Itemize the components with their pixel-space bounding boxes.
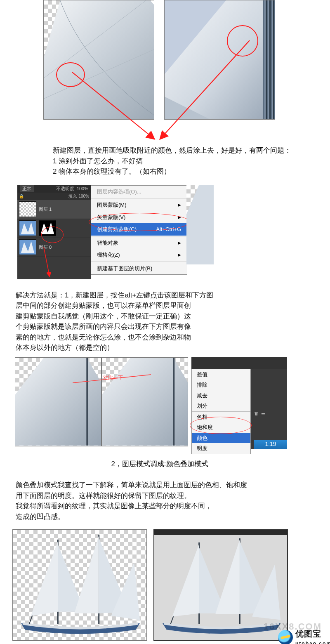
sail-peek <box>186 185 214 264</box>
layer-thumb <box>19 220 36 236</box>
text-line: 用下面图层的明度。这样就能很好的保留下图层的纹理。 <box>16 491 286 501</box>
context-menu: 图层内容选项(O)... 图层蒙版(M) ▶ 矢量蒙版(V) ▶ 创建剪贴蒙版(… <box>91 185 187 275</box>
menu-item-layer-content[interactable]: 图层内容选项(O)... <box>91 186 187 198</box>
menu-item-create-clipping-mask[interactable]: 创建剪贴蒙版(C) Alt+Ctrl+G <box>91 223 187 236</box>
opacity-value[interactable]: 100% <box>77 185 88 192</box>
annotation-circle <box>56 62 85 87</box>
time-display: 1:19 <box>254 440 287 449</box>
annotation-circle <box>41 226 64 243</box>
menu-icon[interactable]: ☰ <box>261 410 265 417</box>
blend-mode-dropdown: 差值 排除 减去 划分 色相 饱和度 颜色 明度 <box>191 369 251 454</box>
fill-value[interactable]: 100% <box>78 193 89 199</box>
text-line: 层中间的部分创建剪贴蒙版，也可以在菜单栏图层里面创 <box>16 300 220 311</box>
mast <box>263 0 275 119</box>
menu-label: 栅格化(Z) <box>97 251 120 259</box>
blend-item-exclusion[interactable]: 排除 <box>192 380 250 390</box>
menu-item-rasterize[interactable]: 栅格化(Z) ▶ <box>91 249 187 261</box>
svg-marker-10 <box>15 358 101 446</box>
layers-panel-row2: 🔒 填充 100% <box>17 193 91 200</box>
text-line: 体本身以外的地方（都是空的） <box>16 342 220 353</box>
sail-illustration <box>44 0 154 119</box>
fill-label: 填充 <box>68 193 77 199</box>
ship-illustration <box>13 530 146 640</box>
blendmode-dropdown[interactable]: 正常 <box>20 185 34 192</box>
layer-thumb <box>19 201 36 217</box>
watermark: 优图宝 utobao.com <box>278 627 330 644</box>
section-sail-comparison-top <box>0 0 330 144</box>
svg-marker-0 <box>44 0 154 119</box>
section-blendmode: 对比一下 差值 排除 减去 划分 色相 饱和度 颜色 明度 🗑 ☰ 1:19 <box>0 357 330 449</box>
lock-icon[interactable]: 🔒 <box>19 193 24 199</box>
paragraph-solution: 解决方法就是：1，新建图层，按住alt+左键点击该图层和下方图 层中间的部分创建… <box>0 289 231 354</box>
layers-panel-top: 正常 不透明度 100% <box>17 185 91 193</box>
menu-label: 图层蒙版(M) <box>97 201 127 209</box>
sail-image-b <box>101 357 188 446</box>
menu-label: 矢量蒙版(V) <box>97 213 125 222</box>
logo-icon <box>278 630 293 644</box>
layer-thumb <box>19 239 36 255</box>
menu-shortcut: Alt+Ctrl+G <box>156 225 181 234</box>
sail-image-a <box>15 357 101 446</box>
text-line: 建剪贴蒙版自我感觉（刚用这个，不敢保证一定正确）这 <box>16 311 220 322</box>
watermark-line1: 优图宝 <box>295 627 330 640</box>
menu-label: 智能对象 <box>97 239 118 247</box>
blend-mode-panel: 差值 排除 减去 划分 色相 饱和度 颜色 明度 🗑 ☰ 1:19 <box>191 357 287 449</box>
menu-label: 图层内容选项(O)... <box>97 188 141 196</box>
text-line: 解决方法就是：1，新建图层，按住alt+左键点击该图层和下方图 <box>16 290 220 301</box>
sail-before-image <box>43 0 154 120</box>
sail-after-image <box>164 0 275 120</box>
chevron-right-icon: ▶ <box>178 202 181 208</box>
panel-icons: 🗑 ☰ <box>254 410 287 417</box>
chevron-right-icon: ▶ <box>178 240 181 246</box>
svg-marker-12 <box>102 358 188 446</box>
svg-marker-18 <box>31 541 58 616</box>
center-caption: 2，图层模式调成:颜色叠加模式 <box>0 458 330 470</box>
ship-before <box>12 529 147 641</box>
layers-panel: 正常 不透明度 100% 🔒 填充 100% 图层 1 <box>17 185 91 279</box>
chevron-right-icon: ▶ <box>178 214 181 220</box>
blend-item-difference[interactable]: 差值 <box>192 369 250 380</box>
svg-marker-20 <box>74 535 99 613</box>
blend-item-subtract[interactable]: 减去 <box>192 390 250 401</box>
paragraph-explain: 颜色叠加模式我查找了一下解释，简单来说就是用上面图层的色相、饱和度 用下面图层的… <box>0 479 297 523</box>
layer-name: 图层 0 <box>39 244 52 251</box>
text-line: 新建图层，直接用画笔吸取附近的颜色，然后涂上去，好是好，有两个问题： <box>53 145 319 156</box>
menu-label: 新建基于图层的切片(B) <box>97 264 152 273</box>
layer-name: 图层 1 <box>39 206 52 213</box>
layer-row[interactable]: 图层 1 <box>17 200 91 219</box>
text-line: 2 物体本身的纹理没有了。（如右图） <box>53 166 319 177</box>
annotation-circle <box>227 25 258 57</box>
menu-label: 创建剪贴蒙版(C) <box>97 225 137 234</box>
text-line: 颜色叠加模式我查找了一下解释，简单来说就是用上面图层的色相、饱和度 <box>16 480 286 491</box>
text-line: 造成的凹凸感。 <box>16 512 286 522</box>
menu-item-smart-object[interactable]: 智能对象 ▶ <box>91 237 187 249</box>
chevron-right-icon: ▶ <box>178 252 181 258</box>
opacity-label: 不透明度 <box>56 185 74 192</box>
bucket-icon[interactable]: 🗑 <box>254 410 259 417</box>
menu-item-layer-mask[interactable]: 图层蒙版(M) ▶ <box>91 199 187 211</box>
blend-item-luminosity[interactable]: 明度 <box>192 443 250 454</box>
section-layers-and-menu: 正常 不透明度 100% 🔒 填充 100% 图层 1 <box>0 185 330 280</box>
panel-header <box>191 357 287 369</box>
ps-titlebar <box>154 530 287 535</box>
blend-item-hue[interactable]: 色相 <box>192 412 250 422</box>
menu-item-new-slice[interactable]: 新建基于图层的切片(B) <box>91 262 187 275</box>
svg-marker-7 <box>21 241 34 253</box>
svg-marker-5 <box>21 222 34 234</box>
text-line: 我觉得所谓看到的纹理，其实就是图像上某些部分的明度不同， <box>16 501 286 512</box>
sail-illustration <box>15 358 101 446</box>
blend-item-saturation[interactable]: 饱和度 <box>192 422 250 433</box>
svg-marker-9 <box>186 185 214 264</box>
text-line: 素的的地方，也就是无论你怎么涂，也不会涂到杂边和物 <box>16 332 220 343</box>
menu-item-vector-mask[interactable]: 矢量蒙版(V) ▶ <box>91 211 187 224</box>
text-line: 1 涂到外面了怎么办，不好搞 <box>53 156 319 167</box>
text-line: 个剪贴蒙版就是该层所画的内容只会出现在下方图层有像 <box>16 321 220 332</box>
blend-item-color[interactable]: 颜色 <box>192 433 250 443</box>
blend-item-divide[interactable]: 划分 <box>192 401 250 411</box>
watermark-line2: utobao.com <box>295 640 330 644</box>
sail-illustration <box>165 0 275 119</box>
svg-marker-1 <box>165 0 263 119</box>
sail-illustration <box>102 358 188 446</box>
paragraph-problem: 新建图层，直接用画笔吸取附近的颜色，然后涂上去，好是好，有两个问题： 1 涂到外… <box>0 144 330 178</box>
